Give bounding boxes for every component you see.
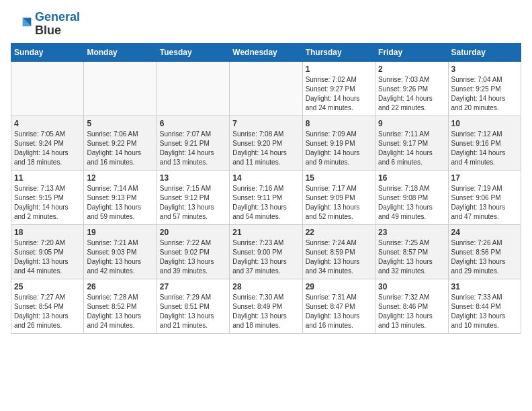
day-info: Sunrise: 7:03 AM Sunset: 9:26 PM Dayligh… xyxy=(378,75,445,113)
day-info: Sunrise: 7:32 AM Sunset: 8:46 PM Dayligh… xyxy=(378,293,445,330)
day-info: Sunrise: 7:29 AM Sunset: 8:51 PM Dayligh… xyxy=(160,293,226,330)
logo-general: General xyxy=(35,10,80,24)
weekday-header-thursday: Thursday xyxy=(302,43,375,61)
day-number: 7 xyxy=(232,119,299,128)
day-info: Sunrise: 7:22 AM Sunset: 9:02 PM Dayligh… xyxy=(160,238,226,276)
day-info: Sunrise: 7:31 AM Sunset: 8:47 PM Dayligh… xyxy=(306,293,372,330)
day-number: 8 xyxy=(306,119,372,128)
calendar-cell: 10Sunrise: 7:12 AM Sunset: 9:16 PM Dayli… xyxy=(448,116,521,170)
day-info: Sunrise: 7:18 AM Sunset: 9:08 PM Dayligh… xyxy=(378,184,445,222)
day-info: Sunrise: 7:30 AM Sunset: 8:49 PM Dayligh… xyxy=(232,293,299,330)
day-info: Sunrise: 7:27 AM Sunset: 8:54 PM Dayligh… xyxy=(14,293,81,330)
calendar-cell: 8Sunrise: 7:09 AM Sunset: 9:19 PM Daylig… xyxy=(302,116,375,170)
day-info: Sunrise: 7:26 AM Sunset: 8:56 PM Dayligh… xyxy=(451,238,518,276)
day-number: 29 xyxy=(306,282,372,291)
logo-blue: Blue xyxy=(35,24,61,37)
day-info: Sunrise: 7:17 AM Sunset: 9:09 PM Dayligh… xyxy=(306,184,372,222)
calendar-cell: 9Sunrise: 7:11 AM Sunset: 9:17 PM Daylig… xyxy=(375,116,448,170)
day-info: Sunrise: 7:21 AM Sunset: 9:03 PM Dayligh… xyxy=(87,238,153,276)
day-info: Sunrise: 7:25 AM Sunset: 8:57 PM Dayligh… xyxy=(378,238,445,276)
calendar-cell: 24Sunrise: 7:26 AM Sunset: 8:56 PM Dayli… xyxy=(448,224,521,279)
day-number: 3 xyxy=(451,64,518,74)
day-info: Sunrise: 7:19 AM Sunset: 9:06 PM Dayligh… xyxy=(451,184,518,222)
calendar-cell: 30Sunrise: 7:32 AM Sunset: 8:46 PM Dayli… xyxy=(375,279,448,333)
calendar-cell: 6Sunrise: 7:07 AM Sunset: 9:21 PM Daylig… xyxy=(157,116,229,170)
day-number: 17 xyxy=(451,173,518,183)
calendar-cell xyxy=(157,61,229,116)
logo-icon xyxy=(11,13,32,35)
day-number: 18 xyxy=(14,228,81,237)
day-info: Sunrise: 7:23 AM Sunset: 9:00 PM Dayligh… xyxy=(232,238,299,276)
calendar-cell: 5Sunrise: 7:06 AM Sunset: 9:22 PM Daylig… xyxy=(84,116,157,170)
calendar-cell: 3Sunrise: 7:04 AM Sunset: 9:25 PM Daylig… xyxy=(448,61,521,116)
day-info: Sunrise: 7:12 AM Sunset: 9:16 PM Dayligh… xyxy=(451,130,518,167)
calendar-week-1: 1Sunrise: 7:02 AM Sunset: 9:27 PM Daylig… xyxy=(11,61,521,116)
day-info: Sunrise: 7:20 AM Sunset: 9:05 PM Dayligh… xyxy=(14,238,81,276)
day-info: Sunrise: 7:02 AM Sunset: 9:27 PM Dayligh… xyxy=(306,75,372,113)
calendar-cell xyxy=(230,61,302,116)
day-number: 14 xyxy=(232,173,299,183)
calendar-cell: 2Sunrise: 7:03 AM Sunset: 9:26 PM Daylig… xyxy=(375,61,448,116)
calendar-cell: 23Sunrise: 7:25 AM Sunset: 8:57 PM Dayli… xyxy=(375,224,448,279)
calendar-cell: 21Sunrise: 7:23 AM Sunset: 9:00 PM Dayli… xyxy=(230,224,302,279)
calendar-cell xyxy=(11,61,84,116)
day-info: Sunrise: 7:28 AM Sunset: 8:52 PM Dayligh… xyxy=(87,293,153,330)
day-info: Sunrise: 7:06 AM Sunset: 9:22 PM Dayligh… xyxy=(87,130,153,167)
day-number: 5 xyxy=(87,119,153,128)
calendar-cell: 27Sunrise: 7:29 AM Sunset: 8:51 PM Dayli… xyxy=(157,279,229,333)
day-info: Sunrise: 7:15 AM Sunset: 9:12 PM Dayligh… xyxy=(160,184,226,222)
day-number: 6 xyxy=(160,119,226,128)
calendar-cell: 7Sunrise: 7:08 AM Sunset: 9:20 PM Daylig… xyxy=(230,116,302,170)
calendar-cell: 11Sunrise: 7:13 AM Sunset: 9:15 PM Dayli… xyxy=(11,170,84,224)
day-number: 23 xyxy=(378,228,445,237)
day-number: 11 xyxy=(14,173,81,183)
day-number: 1 xyxy=(306,64,372,74)
day-number: 4 xyxy=(14,119,81,128)
calendar-cell: 1Sunrise: 7:02 AM Sunset: 9:27 PM Daylig… xyxy=(302,61,375,116)
calendar-cell: 13Sunrise: 7:15 AM Sunset: 9:12 PM Dayli… xyxy=(157,170,229,224)
day-info: Sunrise: 7:11 AM Sunset: 9:17 PM Dayligh… xyxy=(378,130,445,167)
day-number: 25 xyxy=(14,282,81,291)
day-number: 21 xyxy=(232,228,299,237)
calendar-cell: 25Sunrise: 7:27 AM Sunset: 8:54 PM Dayli… xyxy=(11,279,84,333)
calendar-week-3: 11Sunrise: 7:13 AM Sunset: 9:15 PM Dayli… xyxy=(11,170,521,224)
calendar-cell: 20Sunrise: 7:22 AM Sunset: 9:02 PM Dayli… xyxy=(157,224,229,279)
calendar-week-5: 25Sunrise: 7:27 AM Sunset: 8:54 PM Dayli… xyxy=(11,279,521,333)
calendar-cell: 22Sunrise: 7:24 AM Sunset: 8:59 PM Dayli… xyxy=(302,224,375,279)
calendar-cell: 17Sunrise: 7:19 AM Sunset: 9:06 PM Dayli… xyxy=(448,170,521,224)
day-info: Sunrise: 7:33 AM Sunset: 8:44 PM Dayligh… xyxy=(451,293,518,330)
day-number: 15 xyxy=(306,173,372,183)
weekday-header-tuesday: Tuesday xyxy=(157,43,229,61)
calendar-cell xyxy=(84,61,157,116)
day-number: 28 xyxy=(232,282,299,291)
weekday-header-row: SundayMondayTuesdayWednesdayThursdayFrid… xyxy=(11,43,521,61)
weekday-header-sunday: Sunday xyxy=(11,43,84,61)
weekday-header-wednesday: Wednesday xyxy=(230,43,302,61)
day-number: 30 xyxy=(378,282,445,291)
day-info: Sunrise: 7:24 AM Sunset: 8:59 PM Dayligh… xyxy=(306,238,372,276)
day-number: 24 xyxy=(451,228,518,237)
calendar-week-4: 18Sunrise: 7:20 AM Sunset: 9:05 PM Dayli… xyxy=(11,224,521,279)
day-info: Sunrise: 7:09 AM Sunset: 9:19 PM Dayligh… xyxy=(306,130,372,167)
day-info: Sunrise: 7:07 AM Sunset: 9:21 PM Dayligh… xyxy=(160,130,226,167)
day-info: Sunrise: 7:05 AM Sunset: 9:24 PM Dayligh… xyxy=(14,130,81,167)
weekday-header-saturday: Saturday xyxy=(448,43,521,61)
day-number: 13 xyxy=(160,173,226,183)
calendar-cell: 15Sunrise: 7:17 AM Sunset: 9:09 PM Dayli… xyxy=(302,170,375,224)
day-number: 9 xyxy=(378,119,445,128)
day-info: Sunrise: 7:13 AM Sunset: 9:15 PM Dayligh… xyxy=(14,184,81,222)
day-number: 16 xyxy=(378,173,445,183)
day-number: 10 xyxy=(451,119,518,128)
day-info: Sunrise: 7:16 AM Sunset: 9:11 PM Dayligh… xyxy=(232,184,299,222)
calendar-table: SundayMondayTuesdayWednesdayThursdayFrid… xyxy=(11,43,521,334)
day-info: Sunrise: 7:14 AM Sunset: 9:13 PM Dayligh… xyxy=(87,184,153,222)
calendar-cell: 31Sunrise: 7:33 AM Sunset: 8:44 PM Dayli… xyxy=(448,279,521,333)
day-number: 26 xyxy=(87,282,153,291)
day-number: 22 xyxy=(306,228,372,237)
calendar-cell: 19Sunrise: 7:21 AM Sunset: 9:03 PM Dayli… xyxy=(84,224,157,279)
day-number: 20 xyxy=(160,228,226,237)
calendar-cell: 26Sunrise: 7:28 AM Sunset: 8:52 PM Dayli… xyxy=(84,279,157,333)
page-header: General Blue xyxy=(11,11,521,38)
weekday-header-monday: Monday xyxy=(84,43,157,61)
calendar-cell: 18Sunrise: 7:20 AM Sunset: 9:05 PM Dayli… xyxy=(11,224,84,279)
